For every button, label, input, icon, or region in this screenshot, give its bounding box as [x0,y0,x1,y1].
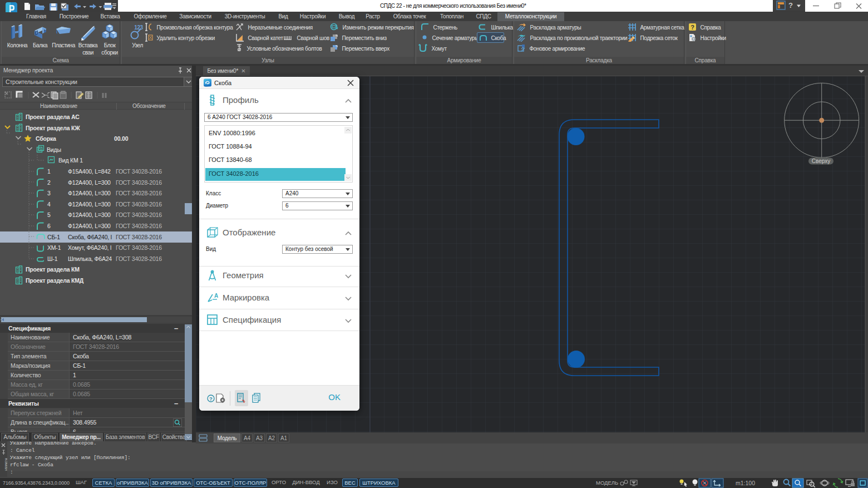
svg-text:m1:100: m1:100 [736,480,755,486]
svg-text:?: ? [788,1,793,9]
svg-text:123: 123 [134,24,143,31]
svg-text:Сверху: Сверху [812,158,830,164]
svg-text:?: ? [691,24,694,31]
svg-text:?: ? [209,396,213,402]
svg-text:Коман: Коман [4,458,7,471]
svg-text:A: A [214,293,218,299]
